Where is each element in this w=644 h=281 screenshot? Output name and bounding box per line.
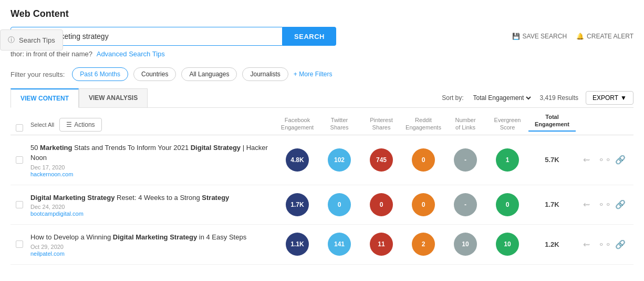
row-2-domain[interactable]: bootcampdigital.com <box>30 210 276 217</box>
select-all-checkbox[interactable] <box>16 124 23 132</box>
row-2-link-icon[interactable]: 🔗 <box>612 199 628 209</box>
export-button[interactable]: EXPORT ▼ <box>586 91 633 105</box>
table-row: How to Develop a Winning Digital Marketi… <box>11 225 633 265</box>
row-3-link-icon[interactable]: 🔗 <box>612 239 628 249</box>
alert-icon: 🔔 <box>576 33 584 40</box>
row-3-authors-icon[interactable]: ⚬⚬ <box>597 239 612 249</box>
filter-past-6-months[interactable]: Past 6 Months <box>72 67 128 81</box>
row-3-article: How to Develop a Winning Digital Marketi… <box>30 232 276 257</box>
actions-icon: ☰ <box>66 121 72 128</box>
table-row: 50 Marketing Stats and Trends To Inform … <box>11 135 633 185</box>
row-2-total: 1.7K <box>528 200 576 208</box>
sort-row: Sort by: Total Engagement 3,419 Results … <box>442 91 633 105</box>
row-1-link-icon[interactable]: 🔗 <box>612 155 628 165</box>
row-2-reddit: 0 <box>402 193 444 216</box>
row-1-facebook-badge: 4.8K <box>286 148 309 172</box>
filter-all-languages[interactable]: All Languages <box>181 67 237 81</box>
row-2-twitter: 0 <box>318 193 360 216</box>
row-1-authors-icon[interactable]: ⚬⚬ <box>597 155 612 165</box>
row-3-twitter-badge: 141 <box>328 233 351 256</box>
row-1-pinterest: 745 <box>360 148 402 172</box>
search-tips-label: Search Tips <box>19 36 55 44</box>
row-2-article: Digital Marketing Strategy Reset: 4 Week… <box>30 193 276 217</box>
row-1-evergreen: 1 <box>486 148 528 172</box>
row-3-facebook-badge: 1.1K <box>286 233 309 256</box>
row-1-date: Dec 17, 2020 <box>30 164 276 170</box>
col-links: Number of Links <box>444 116 486 132</box>
search-input[interactable] <box>27 27 276 45</box>
row-1-links-badge: - <box>454 148 477 172</box>
create-alert-button[interactable]: 🔔 CREATE ALERT <box>576 33 633 40</box>
search-tip-note: thor: in front of their name? Advanced S… <box>11 50 165 58</box>
select-all-wrap <box>16 124 30 132</box>
row-3-title: How to Develop a Winning Digital Marketi… <box>30 232 276 243</box>
row-1-article: 50 Marketing Stats and Trends To Inform … <box>30 143 276 177</box>
row-1-share-icon[interactable]: ⇜ <box>576 155 597 165</box>
row-3-reddit: 2 <box>402 233 444 256</box>
row-3-domain[interactable]: neilpatel.com <box>30 250 276 257</box>
row-3-links-badge: 10 <box>454 233 477 256</box>
table-row: Digital Marketing Strategy Reset: 4 Week… <box>11 185 633 225</box>
tab-group: VIEW CONTENT VIEW ANALYSIS <box>11 88 148 107</box>
search-button[interactable]: SEARCH <box>283 27 336 46</box>
row-1-total: 5.7K <box>528 156 576 164</box>
tab-view-content[interactable]: VIEW CONTENT <box>11 88 79 108</box>
top-actions: 💾 SAVE SEARCH 🔔 CREATE ALERT <box>512 33 633 40</box>
row-3-reddit-badge: 2 <box>412 233 435 256</box>
filter-label: Filter your results: <box>11 71 65 78</box>
results-count: 3,419 Results <box>540 94 578 102</box>
row-3-checkbox[interactable] <box>16 240 23 248</box>
filter-journalists[interactable]: Journalists <box>242 67 288 81</box>
row-2-pinterest: 0 <box>360 193 402 216</box>
row-1-checkbox[interactable] <box>16 156 23 164</box>
col-pinterest: Pinterest Shares <box>360 116 402 132</box>
sort-select[interactable]: Total Engagement <box>471 94 533 102</box>
tab-view-analysis[interactable]: VIEW ANALYSIS <box>79 88 148 107</box>
row-2-share-icon[interactable]: ⇜ <box>576 199 597 209</box>
row-3-pinterest-badge: 11 <box>370 233 393 256</box>
row-3-date: Oct 29, 2020 <box>30 244 276 250</box>
col-facebook: Facebook Engagement <box>276 116 318 132</box>
row-3-pinterest: 11 <box>360 233 402 256</box>
save-search-button[interactable]: 💾 SAVE SEARCH <box>512 33 567 40</box>
actions-button[interactable]: ☰ Actions <box>59 118 101 132</box>
advanced-search-tips-link[interactable]: Advanced Search Tips <box>97 50 165 58</box>
row-2-twitter-badge: 0 <box>328 193 351 216</box>
row-3-evergreen: 10 <box>486 233 528 256</box>
row-1-domain[interactable]: hackernoon.com <box>30 171 276 177</box>
search-tips-dropdown[interactable]: ⓘ Search Tips <box>0 29 63 51</box>
col-total-engagement: Total Engagement <box>528 113 576 132</box>
select-all-label: Select All <box>30 122 54 128</box>
row-2-evergreen-badge: 0 <box>496 193 519 216</box>
more-filters-button[interactable]: + More Filters <box>294 71 333 78</box>
row-3-evergreen-badge: 10 <box>496 233 519 256</box>
row-2-links-badge: - <box>454 193 477 216</box>
row-1-pinterest-badge: 745 <box>370 148 393 172</box>
save-icon: 💾 <box>512 33 520 40</box>
row-2-facebook-badge: 1.7K <box>286 193 309 216</box>
row-2-checkbox[interactable] <box>16 201 23 208</box>
row-3-total: 1.2K <box>528 240 576 248</box>
col-reddit: Reddit Engagements <box>402 116 444 132</box>
row-1-twitter-badge: 102 <box>328 148 351 172</box>
row-2-reddit-badge: 0 <box>412 193 435 216</box>
row-1-evergreen-badge: 1 <box>496 148 519 172</box>
filter-bar: Filter your results: Past 6 Months Count… <box>11 67 633 81</box>
col-twitter: Twitter Shares <box>318 116 360 132</box>
row-2-evergreen: 0 <box>486 193 528 216</box>
row-1-reddit: 0 <box>402 148 444 172</box>
row-3-share-icon[interactable]: ⇜ <box>576 239 597 249</box>
table-header: Select All ☰ Actions Facebook Engagement… <box>11 108 633 135</box>
col-evergreen: Evergreen Score <box>486 116 528 132</box>
row-2-links: - <box>444 193 486 216</box>
row-2-authors-icon[interactable]: ⚬⚬ <box>597 199 612 209</box>
row-3-facebook: 1.1K <box>276 233 318 256</box>
filter-countries[interactable]: Countries <box>133 67 176 81</box>
row-2-date: Dec 24, 2020 <box>30 204 276 210</box>
page-title: Web Content <box>11 8 633 19</box>
row-3-twitter: 141 <box>318 233 360 256</box>
row-1-links: - <box>444 148 486 172</box>
help-icon: ⓘ <box>8 35 15 45</box>
sort-label: Sort by: <box>442 94 463 102</box>
row-2-pinterest-badge: 0 <box>370 193 393 216</box>
